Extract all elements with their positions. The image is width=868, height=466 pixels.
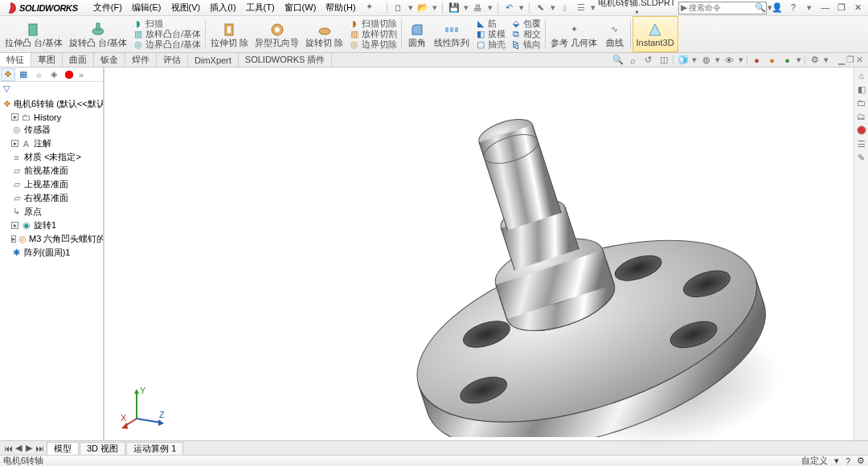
expand-icon[interactable]: ▸ (11, 113, 18, 121)
loft-cut-button[interactable]: ▥放样切割 (349, 29, 397, 39)
decal-icon[interactable]: ● (781, 54, 793, 66)
status-help-icon[interactable]: ? (845, 456, 850, 466)
user-icon[interactable]: 👤 (772, 2, 783, 13)
mdi-close-icon[interactable]: ✕ (856, 55, 863, 65)
menu-file[interactable]: 文件(F) (89, 0, 126, 15)
menu-edit[interactable]: 编辑(E) (128, 0, 166, 15)
extrude-cut-button[interactable]: 拉伸切 除 (207, 16, 252, 52)
display-style-icon[interactable]: ◍ (700, 54, 712, 66)
prev-view-icon[interactable]: ↺ (642, 54, 654, 66)
rib-button[interactable]: ◣筋 (475, 18, 506, 29)
curves-button[interactable]: ∿ 曲线 (601, 16, 628, 52)
tree-hole-feature[interactable]: ▸◎M3 六角凹头螺钉的柱形沉 (2, 232, 101, 246)
mdi-restore-icon[interactable]: ❐ (846, 55, 854, 65)
help-icon[interactable]: ? (788, 2, 799, 13)
tab-weldments[interactable]: 焊件 (125, 53, 157, 67)
extrude-boss-button[interactable]: 拉伸凸 台/基体 (2, 16, 66, 52)
hole-wizard-button[interactable]: 异型孔向导 (252, 16, 302, 52)
draft-button[interactable]: ◧拔模 (475, 29, 506, 39)
print-icon[interactable]: 🖶 (472, 2, 485, 14)
search-command-box[interactable]: ▶ 🔍▾ (678, 2, 767, 14)
ref-geometry-button[interactable]: ✦ 参考 几何体 (547, 16, 600, 52)
mdi-min-icon[interactable]: ▁ (838, 55, 845, 65)
tab-surfaces[interactable]: 曲面 (63, 53, 94, 67)
tree-front-plane[interactable]: ▱前视基准面 (2, 164, 101, 178)
undo-icon[interactable]: ↶ (503, 2, 516, 14)
resources-icon[interactable]: ◧ (856, 84, 867, 95)
display-manager-tab-icon[interactable] (62, 68, 76, 81)
tree-origin[interactable]: ↳原点 (2, 205, 101, 219)
save-icon[interactable]: 💾 (448, 2, 461, 14)
tab-features[interactable]: 特征 (0, 53, 31, 67)
scene-icon[interactable]: ● (766, 54, 778, 66)
tab-first-icon[interactable]: ⏮ (3, 444, 13, 453)
restore-button[interactable]: ❐ (836, 2, 847, 13)
home-icon[interactable]: ⌂ (856, 70, 867, 81)
menu-insert[interactable]: 插入(I) (206, 0, 240, 15)
select-icon[interactable]: ⬉ (534, 2, 547, 14)
search-go-icon[interactable]: 🔍 (755, 2, 766, 13)
tree-top-plane[interactable]: ▱上视基准面 (2, 178, 101, 191)
menu-window[interactable]: 窗口(W) (280, 0, 321, 15)
tree-material[interactable]: ≡材质 <未指定> (2, 150, 101, 164)
tab-next-icon[interactable]: ▶ (24, 443, 34, 453)
sweep-button[interactable]: ◗扫描 (133, 18, 201, 29)
expand-icon[interactable]: ▸ (11, 235, 16, 243)
property-manager-tab-icon[interactable]: ▦ (16, 68, 31, 81)
menu-pin-icon[interactable]: ✦ (362, 0, 377, 15)
view-orientation-icon[interactable]: 🧊 (677, 54, 689, 66)
tab-last-icon[interactable]: ⏭ (35, 444, 44, 453)
new-icon[interactable]: 🗋 (392, 2, 405, 14)
fillet-button[interactable]: 圆角 (403, 16, 431, 52)
menu-view[interactable]: 视图(V) (167, 0, 205, 15)
appearance-icon[interactable]: ● (751, 54, 763, 66)
rebuild-icon[interactable]: 🟟 (559, 2, 571, 14)
sweep-cut-button[interactable]: ◗扫描切除 (349, 18, 397, 29)
wrap-button[interactable]: ⬙包覆 (510, 18, 541, 29)
tree-root[interactable]: ❖电机6转轴 (默认<<默认>_显 (2, 97, 101, 111)
mirror-button[interactable]: ⧎镜向 (510, 39, 541, 50)
graphics-viewport[interactable]: Y Z X (104, 67, 854, 440)
config-manager-tab-icon[interactable]: ⟐ (31, 68, 46, 81)
expand-icon[interactable]: ▸ (11, 222, 18, 229)
model-tab[interactable]: 模型 (47, 442, 79, 455)
library-icon[interactable]: 🗀 (856, 97, 867, 108)
tab-dimxpert[interactable]: DimXpert (188, 53, 239, 67)
properties-icon[interactable]: ☰ (856, 138, 867, 149)
intersect-button[interactable]: ⧉相交 (510, 29, 541, 39)
tab-plugins[interactable]: SOLIDWORKS 插件 (239, 53, 333, 67)
hide-show-icon[interactable]: 👁 (723, 54, 735, 66)
forum-icon[interactable]: ✎ (856, 152, 867, 163)
filter-icon[interactable]: ▽ (0, 82, 103, 96)
options-icon[interactable]: ☰ (575, 2, 588, 14)
expand-icon[interactable]: ▸ (11, 140, 18, 147)
zoom-area-icon[interactable]: ⌕ (627, 54, 639, 66)
revolve-cut-button[interactable]: 旋转切 除 (302, 16, 346, 52)
tree-revolve-feature[interactable]: ▸◉旋转1 (2, 219, 101, 232)
section-view-icon[interactable]: ◫ (657, 54, 669, 66)
explorer-icon[interactable]: 🗂 (856, 111, 867, 122)
status-options-icon[interactable]: ⚙ (857, 456, 865, 466)
menu-help[interactable]: 帮助(H) (321, 0, 359, 15)
loft-boss-button[interactable]: ▥放样凸台/基体 (133, 29, 201, 39)
tree-sensors[interactable]: ◎传感器 (2, 123, 101, 137)
revolve-boss-button[interactable]: 旋转凸 台/基体 (66, 16, 130, 52)
zoom-fit-icon[interactable]: 🔍 (612, 54, 624, 66)
tab-sketch[interactable]: 草图 (31, 53, 63, 67)
orientation-triad[interactable]: Y Z X (121, 382, 169, 431)
instant3d-button[interactable]: Instant3D (633, 16, 678, 52)
close-button[interactable]: ✕ (852, 2, 863, 13)
search-input[interactable] (689, 3, 753, 12)
menu-tools[interactable]: 工具(T) (242, 0, 279, 15)
tab-evaluate[interactable]: 评估 (157, 53, 188, 67)
motion-study-tab[interactable]: 运动算例 1 (126, 442, 183, 455)
feature-tree-tab-icon[interactable]: ❖ (1, 68, 15, 81)
boundary-cut-button[interactable]: ◎边界切除 (349, 39, 397, 50)
appearances-icon[interactable] (856, 125, 867, 136)
tree-pattern-feature[interactable]: ✱阵列(圆周)1 (2, 246, 101, 260)
dimxpert-manager-tab-icon[interactable]: ◈ (47, 68, 61, 81)
status-units[interactable]: 自定义 (801, 455, 828, 466)
tree-history[interactable]: ▸🗀History (2, 111, 101, 123)
tab-prev-icon[interactable]: ◀ (14, 443, 23, 453)
view-settings-icon[interactable]: ⚙ (809, 54, 821, 66)
